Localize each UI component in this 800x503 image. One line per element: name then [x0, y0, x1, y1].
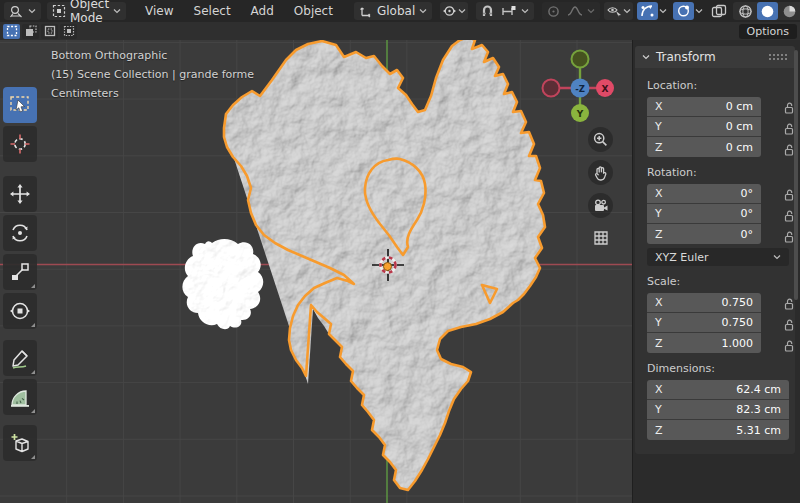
select-box-icon [9, 94, 31, 116]
measure-protractor-icon [9, 386, 31, 408]
scale-label: Scale: [635, 272, 795, 291]
snap-increment-icon [501, 5, 517, 17]
dimensions-x-field[interactable]: X62.4 cm [647, 380, 789, 400]
gizmo-axis-neg-y[interactable] [572, 51, 589, 68]
menu-add[interactable]: Add [242, 2, 283, 20]
orientation-global-icon [359, 5, 373, 18]
shading-wireframe-button[interactable] [735, 2, 756, 20]
select-mode-subtract-button[interactable] [41, 24, 58, 39]
dimensions-z-field[interactable]: Z5.31 cm [647, 420, 789, 440]
scale-y-field[interactable]: Y0.750 [647, 313, 761, 333]
tool-cursor[interactable] [3, 126, 37, 162]
select-mode-extend-button[interactable] [22, 24, 39, 39]
object-visibility-dropdown[interactable] [604, 2, 633, 20]
perspective-toggle-button[interactable] [588, 225, 613, 250]
menu-select[interactable]: Select [185, 2, 240, 20]
chevron-down-icon [623, 8, 631, 14]
material-sphere-icon [782, 4, 797, 19]
chevron-down-icon [521, 8, 529, 14]
zoom-button[interactable] [588, 127, 613, 152]
wireframe-sphere-icon [738, 4, 753, 19]
editor-type-selector[interactable] [4, 2, 41, 20]
snap-target-dropdown[interactable] [498, 2, 532, 20]
dimensions-y-field[interactable]: Y82.3 cm [647, 400, 789, 420]
select-mode-set-button[interactable] [3, 24, 20, 39]
sidebar-scrollbar[interactable] [794, 50, 798, 300]
tool-annotate[interactable] [3, 340, 37, 376]
options-button[interactable]: Options [739, 24, 797, 39]
scale-z-field[interactable]: Z1.000 [647, 333, 761, 353]
annotate-pencil-icon [9, 347, 31, 369]
tool-rotate[interactable] [3, 215, 37, 251]
proportional-falloff-dropdown[interactable] [564, 2, 598, 20]
menu-view[interactable]: View [136, 2, 182, 20]
chevron-down-icon [458, 8, 466, 14]
nav-gizmo[interactable]: X Y -Z [543, 51, 615, 123]
tool-measure[interactable] [3, 379, 37, 415]
viewport-3d[interactable]: X Y -Z Bottom Orthographic (15) Scene Co… [0, 40, 632, 503]
visibility-eye-cursor-icon [606, 4, 622, 18]
select-extend-icon [25, 25, 37, 37]
rotation-mode-dropdown[interactable]: XYZ Euler [647, 248, 789, 266]
gizmo-toggle-group [635, 2, 669, 20]
cursor-tool-icon [9, 133, 31, 155]
snap-toggle-button[interactable] [478, 2, 497, 20]
panel-collapse-chevron-icon [642, 54, 650, 60]
units-label: Centimeters [51, 84, 254, 103]
rotation-x-field[interactable]: X0° [647, 184, 761, 204]
menu-object[interactable]: Object [285, 2, 342, 20]
camera-icon [593, 199, 609, 213]
proportional-circle-icon [547, 5, 560, 18]
location-fields: X0 cm Y0 cm Z0 cm [647, 97, 761, 157]
transform-orientation-dropdown[interactable]: Global [354, 2, 432, 20]
proportional-edit-group [542, 2, 600, 20]
active-collection-label: (15) Scene Collection | grande forme [51, 65, 254, 84]
pan-button[interactable] [588, 160, 613, 185]
rotation-z-field[interactable]: Z0° [647, 224, 761, 244]
blender-window: Object Mode View Select Add Object Globa… [0, 0, 800, 503]
scale-icon [9, 261, 31, 283]
gizmo-y-label: Y [576, 109, 584, 119]
chevron-down-icon [695, 8, 703, 14]
shading-solid-button[interactable] [757, 2, 778, 20]
rotation-mode-value: XYZ Euler [655, 251, 709, 264]
mode-dropdown[interactable]: Object Mode [47, 2, 126, 20]
shading-material-button[interactable] [779, 2, 800, 20]
grid-icon [593, 230, 609, 246]
panel-drag-grip-icon[interactable] [769, 54, 788, 61]
chevron-down-icon [113, 8, 121, 14]
proportional-editing-toggle[interactable] [544, 2, 563, 20]
select-mode-intersect-button[interactable] [60, 24, 77, 39]
show-overlays-toggle[interactable] [673, 2, 694, 20]
mesh-small-blob[interactable] [182, 239, 263, 329]
overlays-toggle-group [671, 2, 705, 20]
gizmo-z-label: -Z [575, 84, 585, 94]
rotation-fields: X0° Y0° Z0° [647, 184, 761, 244]
lock-open-icon[interactable] [781, 314, 797, 335]
rotation-y-field[interactable]: Y0° [647, 204, 761, 224]
add-cube-icon [9, 432, 31, 454]
lock-open-icon[interactable] [781, 335, 797, 356]
tool-move[interactable] [3, 176, 37, 212]
overlays-icon [676, 4, 691, 18]
chevron-down-icon [587, 8, 595, 14]
show-gizmo-toggle[interactable] [637, 2, 658, 20]
camera-view-button[interactable] [588, 193, 613, 218]
tool-transform[interactable] [3, 293, 37, 329]
location-z-field[interactable]: Z0 cm [647, 137, 761, 157]
xray-toggle[interactable] [707, 2, 731, 20]
panel-title: Transform [656, 50, 716, 64]
falloff-curve-icon [567, 5, 583, 17]
tool-add-cube[interactable] [3, 425, 37, 461]
location-x-field[interactable]: X0 cm [647, 97, 761, 117]
transform-panel-header[interactable]: Transform [635, 46, 795, 68]
gizmo-axis-neg-x[interactable] [543, 80, 560, 97]
location-y-field[interactable]: Y0 cm [647, 117, 761, 137]
tool-scale[interactable] [3, 254, 37, 290]
scale-x-field[interactable]: X0.750 [647, 293, 761, 313]
rotation-label: Rotation: [635, 163, 795, 182]
select-intersect-icon [63, 25, 75, 37]
transform-panel-body: Location: X0 cm Y0 cm Z0 cm Rotation: [635, 68, 795, 454]
tool-select-box[interactable] [3, 87, 37, 123]
pivot-point-dropdown[interactable] [440, 2, 468, 20]
